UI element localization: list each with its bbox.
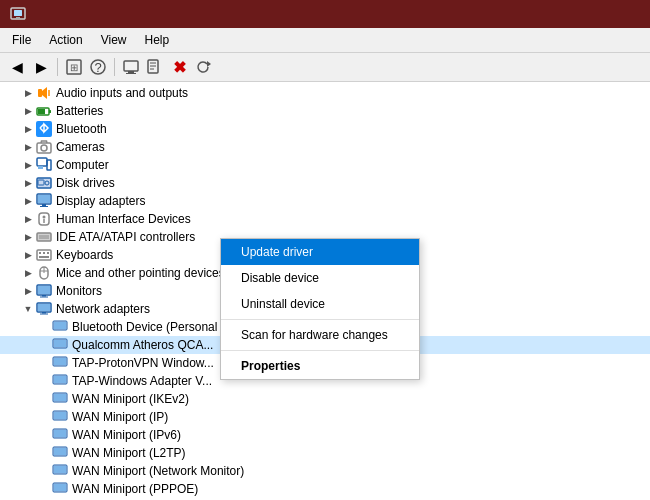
- network-item-icon: [52, 337, 68, 353]
- computer-icon: [36, 157, 52, 173]
- toolbar-btn-6[interactable]: [144, 56, 166, 78]
- tree-item-label-net-wan-ipv6: WAN Miniport (IPv6): [72, 428, 181, 442]
- expand-icon-net-tap-proton: [36, 355, 52, 371]
- expand-icon-keyboards[interactable]: ▶: [20, 247, 36, 263]
- context-menu-item-properties[interactable]: Properties: [221, 353, 419, 379]
- tree-item-disk[interactable]: ▶Disk drives: [0, 174, 650, 192]
- tree-item-cameras[interactable]: ▶Cameras: [0, 138, 650, 156]
- expand-icon-display[interactable]: ▶: [20, 193, 36, 209]
- tree-item-batteries[interactable]: ▶Batteries: [0, 102, 650, 120]
- expand-icon-hid[interactable]: ▶: [20, 211, 36, 227]
- svg-rect-1: [14, 10, 22, 16]
- svg-rect-25: [37, 158, 47, 166]
- svg-rect-70: [54, 430, 66, 437]
- forward-button[interactable]: ▶: [30, 56, 52, 78]
- tree-item-label-net-wan-netmon: WAN Miniport (Network Monitor): [72, 464, 244, 478]
- svg-rect-74: [54, 466, 66, 473]
- expand-icon-disk[interactable]: ▶: [20, 175, 36, 191]
- expand-icon-computer[interactable]: ▶: [20, 157, 36, 173]
- network-item-icon: [52, 391, 68, 407]
- context-menu-item-update-driver[interactable]: Update driver: [221, 239, 419, 265]
- svg-rect-52: [40, 297, 48, 298]
- svg-rect-38: [37, 233, 51, 241]
- tree-item-audio[interactable]: ▶Audio inputs and outputs: [0, 84, 650, 102]
- svg-rect-54: [38, 304, 50, 311]
- svg-rect-3: [15, 18, 21, 19]
- expand-icon-net-tap-win: [36, 373, 52, 389]
- tree-item-label-batteries: Batteries: [56, 104, 103, 118]
- tree-item-net-wan-netmon[interactable]: WAN Miniport (Network Monitor): [0, 462, 650, 480]
- tree-item-label-cameras: Cameras: [56, 140, 105, 154]
- svg-rect-8: [124, 61, 138, 71]
- svg-rect-64: [54, 376, 66, 383]
- toolbar-btn-5[interactable]: [120, 56, 142, 78]
- main-area: ▶Audio inputs and outputs▶Batteries▶Blue…: [0, 82, 650, 500]
- tree-item-hid[interactable]: ▶Human Interface Devices: [0, 210, 650, 228]
- svg-rect-20: [49, 110, 51, 113]
- context-menu-item-uninstall-device[interactable]: Uninstall device: [221, 291, 419, 317]
- tree-item-net-wan-pppoe[interactable]: WAN Miniport (PPPOE): [0, 480, 650, 498]
- expand-icon-net-wan-ikev2: [36, 391, 52, 407]
- expand-icon-cameras[interactable]: ▶: [20, 139, 36, 155]
- expand-icon-batteries[interactable]: ▶: [20, 103, 36, 119]
- svg-rect-41: [37, 250, 51, 260]
- network-item-icon: [52, 463, 68, 479]
- tree-item-label-net-wan-ikev2: WAN Miniport (IKEv2): [72, 392, 189, 406]
- tree-item-display[interactable]: ▶Display adapters: [0, 192, 650, 210]
- refresh-button[interactable]: [192, 56, 214, 78]
- tree-item-label-display: Display adapters: [56, 194, 145, 208]
- svg-rect-56: [40, 314, 48, 315]
- expand-icon-ide[interactable]: ▶: [20, 229, 36, 245]
- context-menu-item-scan-hardware[interactable]: Scan for hardware changes: [221, 322, 419, 348]
- network-item-icon: [52, 319, 68, 335]
- context-menu-separator: [221, 319, 419, 320]
- menu-item-help[interactable]: Help: [137, 30, 178, 50]
- menu-item-view[interactable]: View: [93, 30, 135, 50]
- monitor-icon: [36, 283, 52, 299]
- network-item-icon: [52, 355, 68, 371]
- tree-item-computer[interactable]: ▶Computer: [0, 156, 650, 174]
- expand-icon-net-wan-ip: [36, 409, 52, 425]
- expand-icon-mice[interactable]: ▶: [20, 265, 36, 281]
- expand-icon-network[interactable]: ▼: [20, 301, 36, 317]
- svg-point-24: [41, 145, 47, 151]
- menu-item-action[interactable]: Action: [41, 30, 90, 50]
- svg-rect-45: [39, 256, 49, 258]
- tree-item-label-net-wan-pppoe: WAN Miniport (PPPOE): [72, 482, 198, 496]
- context-menu: Update driverDisable deviceUninstall dev…: [220, 238, 420, 380]
- hid-icon: [36, 211, 52, 227]
- tree-item-net-wan-ipv6[interactable]: WAN Miniport (IPv6): [0, 426, 650, 444]
- svg-rect-62: [54, 358, 66, 365]
- remove-button[interactable]: ✖: [168, 56, 190, 78]
- audio-icon: [36, 85, 52, 101]
- tree-item-net-wan-ikev2[interactable]: WAN Miniport (IKEv2): [0, 390, 650, 408]
- svg-rect-43: [43, 252, 45, 254]
- svg-rect-21: [38, 109, 45, 114]
- tree-item-label-ide: IDE ATA/ATAPI controllers: [56, 230, 195, 244]
- context-menu-item-disable-device[interactable]: Disable device: [221, 265, 419, 291]
- tree-item-label-network: Network adapters: [56, 302, 150, 316]
- back-button[interactable]: ◀: [6, 56, 28, 78]
- expand-icon-audio[interactable]: ▶: [20, 85, 36, 101]
- tree-item-bluetooth[interactable]: ▶Bluetooth: [0, 120, 650, 138]
- toolbar: ◀ ▶ ⊞ ? ✖: [0, 53, 650, 82]
- network-item-icon: [52, 409, 68, 425]
- tree-item-net-wan-l2tp[interactable]: WAN Miniport (L2TP): [0, 444, 650, 462]
- svg-rect-44: [47, 252, 49, 254]
- svg-rect-58: [54, 322, 66, 329]
- toolbar-btn-3[interactable]: ⊞: [63, 56, 85, 78]
- network-item-icon: [52, 373, 68, 389]
- svg-rect-50: [38, 286, 50, 294]
- toolbar-btn-4[interactable]: ?: [87, 56, 109, 78]
- tree-item-label-disk: Disk drives: [56, 176, 115, 190]
- expand-icon-net-wan-netmon: [36, 463, 52, 479]
- tree-item-net-wan-ip[interactable]: WAN Miniport (IP): [0, 408, 650, 426]
- tree-item-label-net-tap-win: TAP-Windows Adapter V...: [72, 374, 212, 388]
- expand-icon-bluetooth[interactable]: ▶: [20, 121, 36, 137]
- expand-icon-net-wan-ipv6: [36, 427, 52, 443]
- disk-icon: [36, 175, 52, 191]
- expand-icon-monitors[interactable]: ▶: [20, 283, 36, 299]
- menu-item-file[interactable]: File: [4, 30, 39, 50]
- svg-marker-15: [207, 61, 211, 67]
- tree-item-label-audio: Audio inputs and outputs: [56, 86, 188, 100]
